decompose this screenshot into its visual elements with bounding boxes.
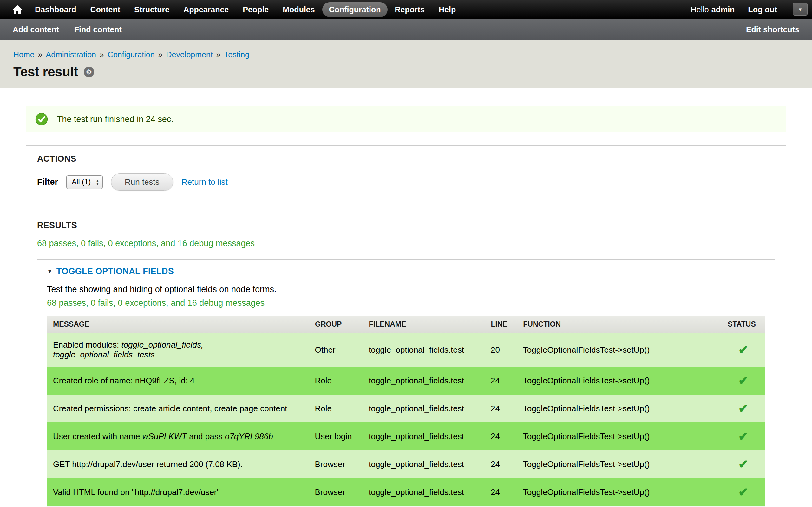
status-message-text: The test run finished in 24 sec. [57,114,173,124]
table-row: Enabled modules: toggle_optional_fields,… [47,333,765,367]
cell-group: Browser [309,478,363,506]
actions-row: Filter All (1) ▲ ▼ Run tests Return to l… [37,173,775,191]
cell-group: Browser [309,450,363,478]
toolbar-menu: Dashboard Content Structure Appearance P… [28,0,463,19]
breadcrumb-link-development[interactable]: Development [166,50,213,59]
results-table-body: Enabled modules: toggle_optional_fields,… [47,333,765,507]
cell-function: ToggleOptionalFieldsTest->setUp() [517,367,722,395]
breadcrumb-link-home[interactable]: Home [13,50,35,59]
toolbar-item-configuration[interactable]: Configuration [322,2,388,17]
test-group-description: Test the showing and hiding of optional … [47,285,765,294]
toolbar-toggle-button[interactable]: ▼ [793,3,808,15]
cell-message: GET http://drupal7.dev/user returned 200… [47,450,309,478]
test-group-fieldset: ▼ TOGGLE OPTIONAL FIELDS Test the showin… [37,259,775,507]
table-row: Created role of name: nHQ9fFZS, id: 4 Ro… [47,367,765,395]
cell-message: Created permissions: create article cont… [47,395,309,422]
cell-status: ✔ [722,478,765,506]
shortcut-find-content[interactable]: Find content [74,25,122,34]
toolbar-item-structure[interactable]: Structure [128,2,176,17]
test-group-toggle[interactable]: ▼ TOGGLE OPTIONAL FIELDS [47,267,765,276]
breadcrumb-link-configuration[interactable]: Configuration [107,50,155,59]
main-content: The test run finished in 24 sec. ACTIONS… [0,89,812,507]
breadcrumb-separator: » [100,50,104,59]
filter-select[interactable]: All (1) ▲ ▼ [66,175,103,189]
collapse-arrow-icon: ▼ [47,268,53,275]
actions-panel: ACTIONS Filter All (1) ▲ ▼ Run tests Ret… [26,146,786,205]
column-header-message: MESSAGE [47,316,309,333]
pass-icon: ✔ [738,402,748,415]
cell-status: ✔ [722,450,765,478]
pass-icon: ✔ [738,343,748,356]
toolbar-item-people[interactable]: People [236,2,275,17]
edit-shortcuts-link[interactable]: Edit shortcuts [746,25,799,34]
shortcut-add-content[interactable]: Add content [13,25,59,34]
test-group-summary: 68 passes, 0 fails, 0 exceptions, and 16… [47,298,765,308]
page-title: Test result [13,64,78,79]
cell-filename: toggle_optional_fields.test [363,450,485,478]
table-row: Valid HTML found on "http://drupal7.dev/… [47,478,765,506]
page: Dashboard Content Structure Appearance P… [0,0,812,507]
return-to-list-link[interactable]: Return to list [182,177,228,187]
cell-filename: toggle_optional_fields.test [363,395,485,422]
cell-line: 24 [485,478,517,506]
chevron-down-icon: ▼ [798,7,803,12]
test-group-title[interactable]: TOGGLE OPTIONAL FIELDS [56,267,174,276]
toolbar-item-reports[interactable]: Reports [388,2,432,17]
toolbar-item-content[interactable]: Content [84,2,127,17]
cell-filename: toggle_optional_fields.test [363,367,485,395]
home-icon[interactable] [7,5,28,14]
cell-message: User created with name wSuPLKWT and pass… [47,422,309,450]
actions-legend: ACTIONS [37,154,775,164]
cell-line: 24 [485,422,517,450]
breadcrumb-separator: » [216,50,221,59]
cell-group: Role [309,367,363,395]
table-row: GET http://drupal7.dev/user returned 200… [47,450,765,478]
run-tests-button[interactable]: Run tests [111,173,173,191]
select-arrows-icon: ▲ ▼ [96,179,99,185]
toolbar-user-area: Helloadmin Log out [691,5,777,14]
cell-line: 24 [485,450,517,478]
column-header-function: FUNCTION [517,316,722,333]
toolbar-item-help[interactable]: Help [432,2,462,17]
cell-function: ToggleOptionalFieldsTest->setUp() [517,450,722,478]
header-row: MESSAGE GROUP FILENAME LINE FUNCTION STA… [47,316,765,333]
title-row: Test result ⚙ [13,64,799,79]
cell-line: 24 [485,395,517,422]
page-header: Home » Administration » Configuration » … [0,40,812,89]
table-row: Created permissions: create article cont… [47,395,765,422]
cell-status: ✔ [722,333,765,367]
breadcrumb: Home » Administration » Configuration » … [13,50,799,59]
breadcrumb-link-administration[interactable]: Administration [46,50,96,59]
breadcrumb-separator: » [38,50,43,59]
toolbar-item-appearance[interactable]: Appearance [177,2,235,17]
logout-link[interactable]: Log out [748,5,777,14]
column-header-status: STATUS [722,316,765,333]
results-legend: RESULTS [37,221,775,230]
username-link[interactable]: admin [711,5,735,14]
cell-filename: toggle_optional_fields.test [363,333,485,367]
breadcrumb-separator: » [158,50,163,59]
select-arrow-down-icon: ▼ [96,182,99,185]
cell-function: ToggleOptionalFieldsTest->setUp() [517,422,722,450]
filter-select-value: All (1) [72,178,91,186]
greeting-prefix: Hello [691,5,709,14]
column-header-line: LINE [485,316,517,333]
cell-function: ToggleOptionalFieldsTest->setUp() [517,333,722,367]
success-check-icon [35,113,48,125]
results-summary: 68 passes, 0 fails, 0 exceptions, and 16… [37,239,775,248]
gear-icon[interactable]: ⚙ [84,67,94,77]
cell-line: 24 [485,367,517,395]
cell-line: 20 [485,333,517,367]
breadcrumb-link-testing[interactable]: Testing [224,50,249,59]
cell-group: Other [309,333,363,367]
toolbar-item-dashboard[interactable]: Dashboard [28,2,83,17]
status-message: The test run finished in 24 sec. [26,106,786,132]
toolbar-item-modules[interactable]: Modules [276,2,321,17]
cell-message: Created role of name: nHQ9fFZS, id: 4 [47,367,309,395]
results-panel: RESULTS 68 passes, 0 fails, 0 exceptions… [26,212,786,507]
cell-filename: toggle_optional_fields.test [363,478,485,506]
filter-label: Filter [37,177,58,187]
pass-icon: ✔ [738,430,748,443]
home-icon-glyph [13,5,22,14]
cell-group: User login [309,422,363,450]
